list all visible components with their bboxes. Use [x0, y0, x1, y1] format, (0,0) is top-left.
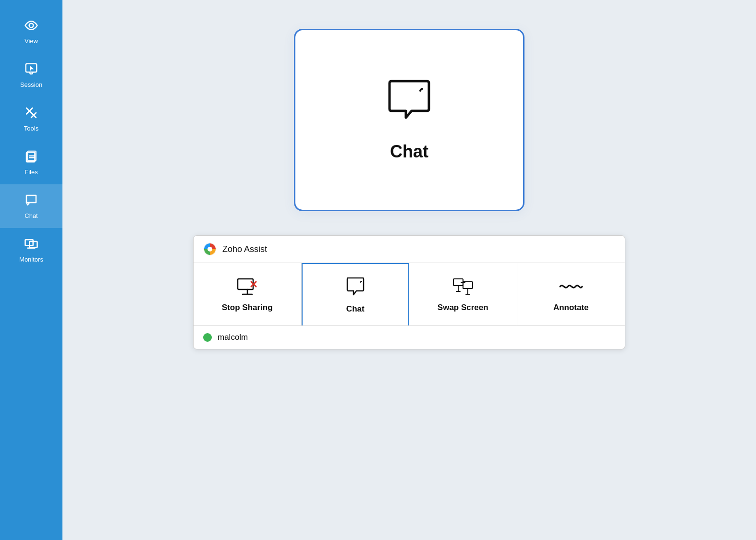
chat-main-card: Chat — [294, 29, 524, 211]
annotate-icon — [558, 278, 584, 298]
user-name-label: malcolm — [218, 333, 248, 342]
swap-screen-icon — [452, 278, 474, 298]
chat-main-card-label: Chat — [390, 142, 428, 162]
annotate-button[interactable]: Annotate — [517, 263, 625, 325]
stop-sharing-label: Stop Sharing — [222, 303, 273, 312]
sidebar-item-monitors[interactable]: Monitors — [0, 228, 62, 272]
main-content: Chat Zoho Assist — [62, 0, 756, 540]
stop-sharing-button[interactable]: Stop Sharing — [194, 263, 302, 325]
swap-screen-label: Swap Screen — [438, 303, 488, 312]
zoho-actions-bar: Stop Sharing Chat — [194, 263, 625, 326]
sidebar-item-session[interactable]: Session — [0, 53, 62, 97]
chat-action-icon — [345, 277, 366, 300]
chat-bubble-big-icon — [383, 78, 436, 133]
sidebar-item-monitors-label: Monitors — [19, 256, 43, 263]
sidebar-item-tools-label: Tools — [24, 125, 38, 132]
swap-screen-button[interactable]: Swap Screen — [409, 263, 517, 325]
zoho-assist-panel: Zoho Assist Stop Sharing — [193, 235, 625, 349]
zoho-logo-icon — [203, 242, 217, 256]
user-status-dot — [203, 333, 212, 342]
sidebar-item-session-label: Session — [20, 81, 42, 88]
svg-point-0 — [29, 24, 34, 28]
sidebar-item-view[interactable]: View — [0, 10, 62, 53]
zoho-panel-header: Zoho Assist — [194, 236, 625, 263]
cursor-icon — [24, 62, 38, 78]
annotate-label: Annotate — [553, 303, 589, 312]
sidebar-item-view-label: View — [24, 37, 38, 45]
chat-action-label: Chat — [346, 304, 365, 314]
tools-icon — [24, 106, 38, 122]
zoho-panel-title: Zoho Assist — [222, 244, 267, 254]
sidebar-item-files[interactable]: Files — [0, 141, 62, 184]
svg-rect-15 — [238, 279, 253, 289]
stop-sharing-icon — [237, 278, 258, 298]
chat-action-button[interactable]: Chat — [302, 263, 410, 325]
svg-point-14 — [207, 247, 212, 252]
sidebar-item-chat[interactable]: Chat — [0, 184, 62, 228]
zoho-panel-footer: malcolm — [194, 326, 625, 349]
chat-icon — [24, 193, 38, 209]
sidebar-item-chat-label: Chat — [24, 212, 37, 219]
eye-icon — [24, 18, 38, 35]
sidebar-item-tools[interactable]: Tools — [0, 97, 62, 141]
files-icon — [24, 149, 38, 166]
sidebar: View Session Tools — [0, 0, 62, 540]
monitors-icon — [24, 237, 38, 253]
sidebar-item-files-label: Files — [24, 168, 37, 176]
